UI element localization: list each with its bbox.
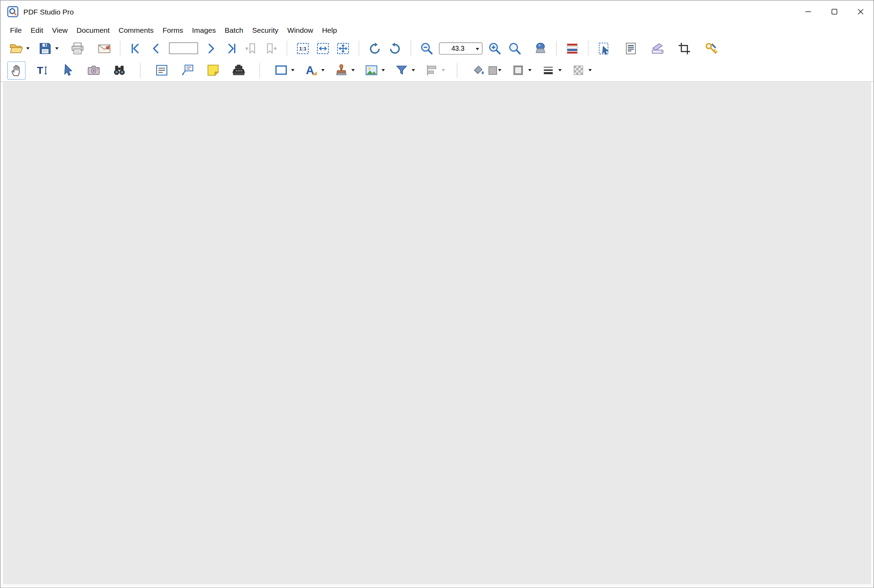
open-group (7, 40, 30, 57)
striped-lines-button[interactable] (563, 40, 581, 57)
main-toolbar: 1:1 43.3 (1, 37, 874, 59)
next-page-button[interactable] (202, 40, 220, 57)
last-page-button[interactable] (222, 40, 240, 57)
callout-tool-button[interactable] (178, 61, 196, 80)
align-tool-button[interactable] (422, 61, 440, 80)
filter-dropdown-arrow-icon[interactable] (411, 69, 415, 71)
previous-view-button[interactable] (242, 40, 260, 57)
toolbar-separator (556, 41, 557, 56)
text-markup-dropdown-arrow-icon[interactable] (321, 69, 325, 71)
text-markup-group: A (302, 61, 324, 80)
first-page-button[interactable] (127, 40, 145, 57)
rotate-clockwise-button[interactable] (366, 40, 384, 57)
border-color-dropdown-arrow-icon[interactable] (528, 69, 532, 71)
titlebar: PDF Studio Pro (1, 1, 874, 23)
text-select-tool-button[interactable]: T (33, 61, 51, 80)
menu-view[interactable]: View (48, 24, 72, 37)
zoom-tool-button[interactable] (506, 40, 524, 57)
scan-button[interactable] (649, 40, 667, 57)
image-dropdown-arrow-icon[interactable] (381, 69, 385, 71)
funnel-icon (394, 63, 409, 78)
line-width-dropdown-arrow-icon[interactable] (558, 69, 562, 71)
menu-comments[interactable]: Comments (114, 24, 158, 37)
toolbar-separator (140, 63, 141, 78)
menu-security[interactable]: Security (248, 24, 283, 37)
print-button[interactable] (69, 40, 87, 57)
stamp-dropdown-arrow-icon[interactable] (351, 69, 355, 71)
snapshot-tool-button[interactable] (84, 61, 102, 80)
align-dropdown-arrow-icon[interactable] (442, 69, 445, 71)
menu-window[interactable]: Window (283, 24, 318, 37)
first-page-icon (129, 41, 143, 55)
edit-tools-group (595, 40, 720, 57)
page-number-input[interactable] (169, 42, 198, 54)
save-button[interactable] (36, 40, 54, 57)
maximize-button[interactable] (821, 1, 847, 23)
stamp-tool-button[interactable] (332, 61, 350, 80)
minimize-button[interactable] (795, 1, 821, 23)
app-window: PDF Studio Pro File Edit View Document C… (0, 0, 874, 588)
toolbar-separator (410, 41, 411, 56)
envelope-icon (97, 41, 111, 56)
bookmark-forward-icon (264, 41, 278, 55)
image-group (362, 61, 385, 80)
loupe-tool-button[interactable] (532, 40, 550, 57)
actual-size-button[interactable]: 1:1 (294, 40, 312, 57)
text-box-tool-button[interactable] (152, 61, 171, 80)
toolbar-separator (120, 41, 120, 56)
fill-color-swatch[interactable] (488, 66, 497, 74)
letter-T-caret-icon: T (35, 63, 50, 78)
edit-interactive-objects-button[interactable] (595, 40, 613, 57)
toolbar-separator (287, 41, 288, 56)
open-button[interactable] (7, 40, 25, 57)
zoom-dropdown-arrow-icon[interactable] (476, 48, 479, 50)
menu-images[interactable]: Images (188, 24, 220, 37)
fill-color-dropdown-arrow-icon[interactable] (498, 69, 502, 71)
edit-content-button[interactable] (622, 40, 640, 57)
save-dropdown-arrow-icon[interactable] (55, 47, 59, 50)
menu-edit[interactable]: Edit (26, 24, 48, 37)
transparency-button[interactable] (569, 61, 587, 80)
security-sign-button[interactable] (702, 40, 720, 57)
zoom-level-combobox[interactable]: 43.3 (439, 42, 482, 54)
menu-batch[interactable]: Batch (220, 24, 248, 37)
fill-color-button[interactable] (469, 61, 487, 80)
hand-tool-button[interactable] (7, 61, 26, 80)
email-button[interactable] (95, 40, 113, 57)
rotate-counterclockwise-icon (387, 41, 402, 56)
transparency-group (569, 61, 592, 80)
transparency-dropdown-arrow-icon[interactable] (589, 69, 592, 71)
line-width-button[interactable] (539, 61, 557, 80)
shape-tool-button[interactable] (272, 61, 290, 80)
menu-help[interactable]: Help (318, 24, 341, 37)
text-markup-tool-button[interactable]: A (302, 61, 320, 80)
fit-page-button[interactable] (334, 40, 352, 57)
search-tool-button[interactable] (110, 61, 128, 80)
typewriter-tool-button[interactable] (229, 61, 248, 80)
menu-document[interactable]: Document (72, 24, 114, 37)
previous-page-button[interactable] (147, 40, 165, 57)
canvas-container (1, 82, 874, 584)
menu-file[interactable]: File (6, 24, 26, 37)
object-select-tool-button[interactable] (59, 61, 77, 80)
document-canvas[interactable] (3, 82, 871, 584)
rotate-counterclockwise-button[interactable] (386, 40, 404, 57)
red-blue-striped-lines-icon (565, 41, 580, 56)
zoom-in-button[interactable] (486, 40, 504, 57)
close-button[interactable] (847, 1, 873, 23)
crop-button[interactable] (676, 40, 694, 57)
sticky-note-tool-button[interactable] (204, 61, 222, 80)
zoom-out-button[interactable] (417, 40, 435, 57)
shape-dropdown-arrow-icon[interactable] (291, 69, 294, 71)
chevron-right-icon (204, 41, 218, 55)
border-color-button[interactable] (509, 61, 527, 80)
magnifier-icon (508, 41, 522, 56)
filter-tool-button[interactable] (392, 61, 410, 80)
fit-width-button[interactable] (314, 40, 332, 57)
image-tool-button[interactable] (362, 61, 380, 80)
magnifier-plus-icon (487, 41, 502, 56)
open-dropdown-arrow-icon[interactable] (26, 47, 30, 50)
menu-forms[interactable]: Forms (158, 24, 188, 37)
fit-width-icon (316, 41, 330, 56)
next-view-button[interactable] (262, 40, 280, 57)
